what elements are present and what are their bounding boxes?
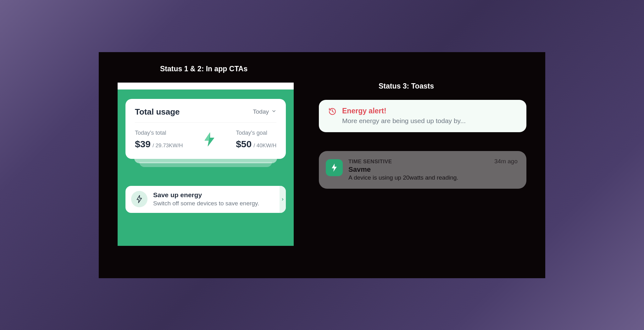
design-canvas: Status 1 & 2: In app CTAs Total usage To…	[99, 52, 545, 278]
bolt-icon	[203, 132, 216, 147]
today-total-label: Today's total	[135, 130, 183, 136]
section-title-right: Status 3: Toasts	[319, 82, 526, 90]
card-stack-shadow	[132, 159, 280, 168]
usage-card-title: Total usage	[135, 107, 180, 117]
app-card: Total usage Today Today's total $39 / 29…	[118, 83, 294, 246]
total-usage-card: Total usage Today Today's total $39 / 29…	[125, 99, 286, 159]
app-icon	[326, 159, 343, 176]
period-selector[interactable]: Today	[253, 108, 276, 115]
today-goal-label: Today's goal	[236, 130, 276, 136]
today-goal-unit: / 40KW/H	[253, 143, 276, 149]
period-selector-label: Today	[253, 108, 269, 115]
notification-time: 34m ago	[494, 158, 518, 165]
save-energy-subtitle: Switch off some devices to save energy.	[153, 200, 280, 207]
chevron-right-icon	[280, 186, 286, 213]
left-column: Status 1 & 2: In app CTAs Total usage To…	[118, 65, 300, 266]
bolt-icon	[131, 191, 147, 207]
alert-body: More energy are being used up today by..…	[342, 117, 466, 125]
save-energy-title: Save up energy	[153, 191, 280, 199]
time-sensitive-tag: TIME SENSITIVE	[348, 159, 392, 165]
alert-title: Energy alert!	[342, 107, 466, 115]
system-notification-toast[interactable]: TIME SENSITIVE 34m ago Savme A device is…	[319, 151, 526, 189]
history-alert-icon	[328, 107, 336, 125]
section-title-left: Status 1 & 2: In app CTAs	[118, 65, 300, 73]
today-total-amount: $39	[135, 139, 151, 149]
today-goal-metric: Today's goal $50 / 40KW/H	[236, 130, 276, 149]
usage-card-header: Total usage Today	[135, 107, 276, 123]
save-energy-cta[interactable]: Save up energy Switch off some devices t…	[125, 186, 286, 213]
today-goal-amount: $50	[236, 139, 252, 149]
energy-alert-toast[interactable]: Energy alert! More energy are being used…	[319, 100, 526, 132]
right-column: Status 3: Toasts Energy alert! More ener…	[319, 65, 526, 266]
usage-card-body: Today's total $39 / 29.73KW/H Toda	[135, 130, 276, 149]
today-total-metric: Today's total $39 / 29.73KW/H	[135, 130, 183, 149]
chevron-down-icon	[271, 108, 276, 115]
notification-message: A device is using up 20watts and reading…	[348, 174, 518, 181]
notification-app-name: Savme	[348, 165, 518, 174]
today-total-unit: / 29.73KW/H	[153, 143, 183, 149]
